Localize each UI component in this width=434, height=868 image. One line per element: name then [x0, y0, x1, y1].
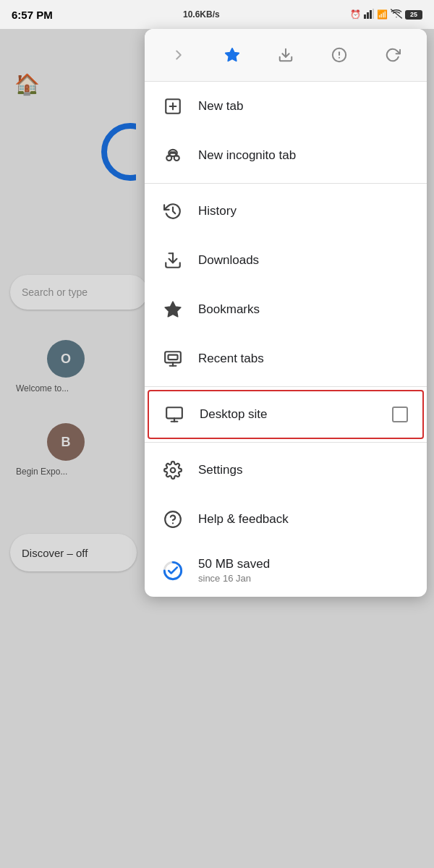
status-bar: 6:57 PM 10.6KB/s ⏰ 📶 25 [0, 0, 434, 29]
network-speed: 10.6KB/s [183, 9, 220, 20]
svg-rect-24 [166, 407, 182, 418]
svg-rect-21 [169, 355, 178, 360]
wifi-icon: 📶 [377, 9, 388, 20]
alarm-icon: ⏰ [350, 9, 361, 20]
svg-rect-2 [370, 10, 372, 19]
status-icons: ⏰ 📶 25 [350, 9, 422, 21]
svg-point-27 [171, 468, 176, 473]
mb-saved-label: 50 MB saved [198, 557, 270, 571]
status-time: 6:57 PM [12, 9, 53, 21]
svg-marker-4 [226, 48, 239, 61]
plus-square-icon [162, 95, 184, 117]
settings-item[interactable]: Settings [145, 446, 427, 495]
bookmarks-label: Bookmarks [198, 302, 409, 317]
wifi2-icon [391, 9, 402, 21]
info-button[interactable] [325, 41, 354, 69]
svg-rect-3 [373, 9, 374, 19]
downloads-icon [162, 250, 184, 271]
settings-icon [162, 459, 184, 481]
battery-indicator: 25 [405, 10, 422, 20]
recent-tabs-item[interactable]: Recent tabs [145, 334, 427, 383]
svg-marker-19 [165, 302, 181, 317]
new-incognito-tab-item[interactable]: New incognito tab [145, 131, 427, 180]
history-item[interactable]: History [145, 187, 427, 236]
divider-2 [145, 386, 427, 387]
bookmark-button[interactable] [218, 41, 247, 69]
divider-1 [145, 183, 427, 184]
history-icon [162, 200, 184, 222]
mb-saved-icon [162, 560, 184, 582]
svg-rect-0 [364, 14, 366, 19]
menu-toolbar [145, 29, 427, 82]
bookmarks-item[interactable]: Bookmarks [145, 285, 427, 334]
svg-rect-17 [169, 151, 176, 154]
help-feedback-label: Help & feedback [198, 512, 409, 527]
desktop-site-item[interactable]: Desktop site [148, 390, 424, 439]
help-feedback-item[interactable]: Help & feedback [145, 495, 427, 544]
signal-icon [364, 9, 374, 21]
recent-tabs-label: Recent tabs [198, 352, 409, 366]
desktop-site-checkbox[interactable] [392, 407, 408, 422]
desktop-icon [163, 404, 185, 425]
new-tab-label: New tab [198, 99, 409, 114]
divider-3 [145, 442, 427, 443]
svg-rect-1 [367, 12, 369, 19]
downloads-label: Downloads [198, 253, 409, 268]
refresh-button[interactable] [378, 41, 407, 69]
download-button[interactable] [271, 41, 300, 69]
new-incognito-tab-label: New incognito tab [198, 148, 409, 163]
mb-saved-sublabel: since 16 Jan [198, 573, 270, 584]
help-icon [162, 509, 184, 530]
forward-button[interactable] [164, 41, 193, 69]
dropdown-menu: New tab New incognito tab History Downlo… [145, 29, 427, 597]
new-tab-item[interactable]: New tab [145, 82, 427, 131]
history-label: History [198, 204, 409, 218]
recent-tabs-icon [162, 348, 184, 370]
desktop-site-label: Desktop site [200, 407, 378, 422]
mb-saved-text: 50 MB saved since 16 Jan [198, 557, 270, 584]
bookmarks-icon [162, 299, 184, 320]
incognito-icon [162, 145, 184, 166]
settings-label: Settings [198, 463, 409, 477]
mb-saved-item: 50 MB saved since 16 Jan [145, 544, 427, 597]
downloads-item[interactable]: Downloads [145, 236, 427, 285]
